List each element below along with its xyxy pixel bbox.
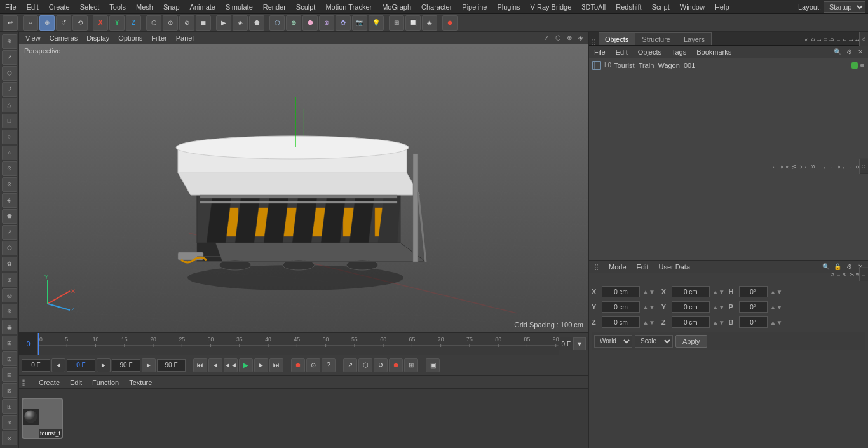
nurbs-btn[interactable]: ⊕ — [286, 15, 301, 31]
z-size-field[interactable] — [672, 316, 710, 328]
timeline-area[interactable]: 0 0 5 10 15 20 25 — [19, 332, 588, 355]
play-btn[interactable]: ▶ — [239, 358, 253, 372]
table-row[interactable]: L0 Tourist_Train_Wagon_001 — [589, 58, 868, 72]
z-pos-arrow[interactable]: ▲▼ — [642, 319, 655, 326]
scale-tool[interactable]: ⟲ — [72, 15, 88, 31]
vp-maximize-icon[interactable]: ⤢ — [541, 33, 552, 43]
z-position-field[interactable] — [602, 316, 640, 328]
z-size-arrow[interactable]: ▲▼ — [712, 319, 725, 326]
attr-menu-userdata[interactable]: User Data — [656, 262, 693, 271]
obj-menu-tags[interactable]: Tags — [669, 48, 689, 57]
current-frame-field[interactable] — [67, 359, 95, 372]
knife-btn[interactable]: ◈ — [422, 15, 437, 31]
tab-content-browser-vert[interactable]: Content Browser — [860, 159, 868, 174]
move-tool[interactable]: ↔ — [23, 15, 38, 31]
viewport[interactable]: Perspective — [19, 44, 588, 332]
end-frame-arrow[interactable]: ▼ — [573, 337, 586, 350]
menu-select[interactable]: Select — [75, 2, 105, 12]
sidebar-tool-5[interactable]: △ — [2, 98, 17, 112]
light-btn[interactable]: 💡 — [369, 15, 384, 31]
render-all-btn[interactable]: ⬟ — [249, 15, 264, 31]
render-region-btn[interactable]: ◈ — [233, 15, 248, 31]
obj-close-icon[interactable]: ✕ — [855, 47, 865, 57]
apply-button[interactable]: Apply — [675, 335, 707, 348]
menu-render[interactable]: Render — [258, 2, 291, 12]
obj-settings-icon[interactable]: ⚙ — [844, 47, 854, 57]
vp-menu-cameras[interactable]: Cameras — [46, 34, 82, 43]
tab-layers-vert[interactable]: Layers — [860, 267, 868, 281]
sidebar-tool-16[interactable]: ⊕ — [2, 273, 17, 287]
tab-layers[interactable]: Layers — [677, 32, 712, 45]
sidebar-tool-24[interactable]: ⊞ — [2, 399, 17, 414]
move-tool-t[interactable]: ↗ — [343, 358, 357, 372]
y-pos-arrow[interactable]: ▲▼ — [642, 304, 655, 311]
cube-primitive-btn[interactable]: ⬡ — [269, 15, 285, 31]
menu-mograph[interactable]: MoGraph — [377, 2, 416, 12]
h-field[interactable] — [739, 286, 768, 297]
h-arrow[interactable]: ▲▼ — [770, 288, 783, 295]
menu-script[interactable]: Script — [647, 2, 675, 12]
obj-menu-bookmarks[interactable]: Bookmarks — [694, 48, 734, 57]
camera-btn[interactable]: 📷 — [352, 15, 367, 31]
undo-button[interactable]: ↩ — [3, 15, 18, 31]
x-axis-btn[interactable]: X — [93, 15, 108, 31]
sidebar-tool-26[interactable]: ⊗ — [2, 431, 17, 445]
material-swatch-tourist[interactable]: tourist_t — [22, 398, 63, 439]
vp-menu-view[interactable]: View — [22, 34, 44, 43]
scale-tool-t[interactable]: ⬡ — [358, 358, 372, 372]
sidebar-tool-22[interactable]: ⊟ — [2, 367, 17, 382]
rotate-tool-t[interactable]: ↺ — [374, 358, 388, 372]
sidebar-tool-23[interactable]: ⊠ — [2, 383, 17, 398]
menu-3dtoall[interactable]: 3DToAll — [576, 2, 611, 12]
object-mode-btn[interactable]: ⬡ — [146, 15, 161, 31]
attr-lock-icon[interactable]: 🔒 — [832, 262, 843, 272]
sidebar-tool-11[interactable]: ◈ — [2, 193, 17, 208]
vp-menu-filter[interactable]: Filter — [147, 34, 170, 43]
y-size-field[interactable] — [672, 301, 710, 313]
vp-menu-display[interactable]: Display — [83, 34, 113, 43]
tab-attributes-vert[interactable]: Attributes — [860, 32, 868, 46]
select-tool[interactable]: ⊕ — [39, 15, 55, 31]
go-to-end-btn[interactable]: ⏭ — [269, 358, 283, 372]
vp-menu-panel[interactable]: Panel — [172, 34, 198, 43]
sidebar-tool-15[interactable]: ✿ — [2, 257, 17, 271]
sidebar-tool-7[interactable]: ○ — [2, 130, 17, 144]
polys-mode-btn[interactable]: ◼ — [196, 15, 211, 31]
mograph-btn[interactable]: ⊗ — [319, 15, 334, 31]
world-select[interactable]: World — [594, 335, 632, 348]
menu-motion-tracker[interactable]: Motion Tracker — [320, 2, 377, 12]
x-position-field[interactable] — [602, 286, 640, 297]
menu-pipeline[interactable]: Pipeline — [457, 2, 492, 12]
sidebar-tool-12[interactable]: ⬟ — [2, 209, 17, 224]
deformer-btn[interactable]: ⬢ — [302, 15, 318, 31]
sidebar-tool-17[interactable]: ◎ — [2, 288, 17, 303]
render-active-btn[interactable]: ▶ — [216, 15, 231, 31]
sidebar-tool-3[interactable]: ⬡ — [2, 66, 17, 81]
menu-redshift[interactable]: Redshift — [611, 2, 646, 12]
menu-animate[interactable]: Animate — [185, 2, 220, 12]
obj-menu-file[interactable]: File — [592, 48, 608, 57]
menu-plugins[interactable]: Plugins — [492, 2, 525, 12]
vp-render-icon[interactable]: ◈ — [576, 33, 586, 43]
prev-frame-btn[interactable]: ◄ — [208, 358, 222, 372]
menu-snap[interactable]: Snap — [158, 2, 185, 12]
x-size-field[interactable] — [672, 286, 710, 297]
sidebar-tool-4[interactable]: ↺ — [2, 82, 17, 97]
sidebar-tool-14[interactable]: ⬡ — [2, 241, 17, 255]
record-active-btn[interactable]: ⏺ — [291, 358, 305, 372]
edges-mode-btn[interactable]: ⊘ — [179, 15, 194, 31]
sidebar-tool-1[interactable]: ⊕ — [2, 34, 17, 49]
sidebar-tool-10[interactable]: ⊘ — [2, 177, 17, 192]
record-tool-t[interactable]: ⏺ — [389, 358, 403, 372]
p-field[interactable] — [739, 301, 768, 313]
play-reverse-btn[interactable]: ◄◄ — [224, 358, 238, 372]
mat-menu-texture[interactable]: Texture — [126, 378, 154, 387]
menu-simulate[interactable]: Simulate — [220, 2, 258, 12]
sidebar-tool-9[interactable]: ⊙ — [2, 161, 17, 176]
layout-select[interactable]: Startup — [824, 1, 865, 13]
sidebar-tool-2[interactable]: ↗ — [2, 50, 17, 65]
sidebar-tool-6[interactable]: □ — [2, 114, 17, 128]
vp-menu-options[interactable]: Options — [114, 34, 146, 43]
prev-keyframe-btn[interactable]: ◄ — [51, 358, 65, 372]
sidebar-tool-25[interactable]: ⊕ — [2, 415, 17, 430]
